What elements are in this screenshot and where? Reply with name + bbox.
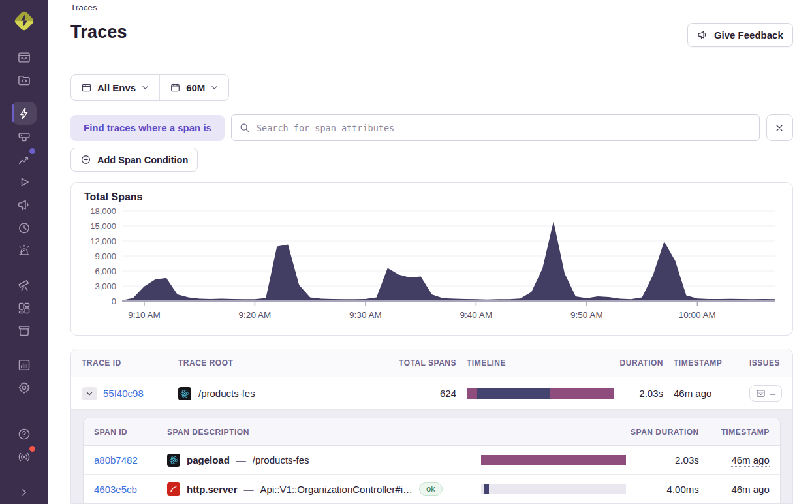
trace-issues-button[interactable]: – (749, 385, 782, 402)
sidebar-item-expand-sidebar[interactable] (12, 480, 37, 503)
column-header-trace-id: TRACE ID (82, 358, 168, 368)
column-header-span-timestamp: TIMESTAMP (721, 428, 770, 437)
profiling-icon (17, 129, 31, 144)
svg-text:15,000: 15,000 (90, 221, 116, 231)
span-row: 4603e5cb http.server — Api::V1::Organiza… (84, 475, 780, 503)
settings-icon (17, 381, 31, 395)
column-header-span-description: SPAN DESCRIPTION (167, 428, 471, 437)
chart-title: Total Spans (84, 191, 779, 203)
span-op: pageload (187, 454, 230, 465)
chevron-down-icon (86, 390, 93, 398)
new-feature-dot (29, 148, 35, 154)
traces-table-header: TRACE ID TRACE ROOT TOTAL SPANS TIMELINE… (71, 349, 792, 377)
feedback-icon (17, 198, 31, 212)
trace-timestamp[interactable]: 46m ago (674, 388, 711, 400)
sidebar-item-releases[interactable] (12, 319, 37, 342)
react-platform-icon (167, 454, 180, 467)
duration-bar-segment (484, 484, 489, 494)
column-header-trace-root: TRACE ROOT (178, 358, 383, 368)
sidebar-item-stats[interactable] (12, 353, 37, 376)
dashboards-icon (17, 301, 31, 315)
column-header-timestamp: TIMESTAMP (674, 358, 739, 368)
svg-text:18,000: 18,000 (90, 206, 116, 216)
active-nav-accent-bar (12, 104, 14, 122)
span-attributes-search-input[interactable] (231, 114, 760, 141)
sentry-logo-icon[interactable] (10, 7, 39, 35)
breadcrumb[interactable]: Traces (70, 3, 793, 12)
sidebar-item-discover[interactable] (12, 274, 37, 296)
sidebar-item-dashboards[interactable] (12, 296, 37, 319)
traces-table: TRACE ID TRACE ROOT TOTAL SPANS TIMELINE… (70, 349, 793, 504)
timeline-segment (477, 388, 551, 399)
sidebar-item-profiling[interactable] (12, 125, 37, 148)
sidebar-item-whats-new[interactable] (12, 445, 37, 468)
column-header-issues: ISSUES (749, 358, 782, 368)
svg-text:9:40 AM: 9:40 AM (460, 310, 493, 320)
add-span-condition-label: Add Span Condition (97, 155, 188, 165)
sidebar-item-projects[interactable] (12, 69, 37, 91)
chevron-down-icon (210, 84, 219, 92)
svg-text:9:10 AM: 9:10 AM (128, 310, 161, 320)
span-timestamp[interactable]: 46m ago (731, 484, 769, 496)
add-span-condition-button[interactable]: Add Span Condition (70, 148, 198, 172)
column-header-duration: DURATION (620, 358, 663, 368)
react-platform-icon (178, 387, 191, 400)
span-table: SPAN ID SPAN DESCRIPTION SPAN DURATION T… (83, 418, 781, 503)
svg-text:9:20 AM: 9:20 AM (239, 310, 272, 320)
collapse-icon (17, 485, 31, 499)
issues-empty-dash: – (770, 389, 775, 398)
ruby-platform-icon (167, 482, 180, 496)
sidebar-item-alerts[interactable] (12, 239, 37, 262)
svg-text:0: 0 (112, 296, 116, 306)
environment-filter-value: All Envs (97, 82, 136, 93)
page-content: All Envs 60M Find (48, 61, 812, 504)
svg-text:12,000: 12,000 (90, 236, 116, 246)
megaphone-icon (697, 29, 708, 40)
time-range-value: 60M (186, 82, 205, 93)
sidebar-item-crons[interactable] (12, 216, 37, 239)
trace-root-name: /products-fes (198, 388, 255, 399)
total-spans-chart[interactable]: 03,0006,0009,00012,00015,00018,0009:10 A… (84, 203, 779, 328)
window-icon (81, 82, 92, 93)
trace-id-link[interactable]: 55f40c98 (103, 388, 144, 399)
sidebar-item-settings[interactable] (12, 376, 37, 399)
time-range-dropdown[interactable]: 60M (160, 75, 228, 100)
page-title: Traces (70, 22, 793, 42)
span-op-separator: — (236, 454, 246, 465)
span-timestamp[interactable]: 46m ago (731, 454, 769, 467)
sidebar-item-help[interactable] (12, 422, 37, 445)
sidebar-item-user-feedback[interactable] (12, 193, 37, 216)
sidebar-item-performance[interactable] (12, 102, 37, 125)
column-header-total-spans: TOTAL SPANS (399, 358, 456, 368)
span-op-separator: — (244, 484, 254, 495)
total-spans-value: 624 (440, 388, 456, 399)
timeline-segment (467, 388, 477, 399)
stats-icon (17, 358, 31, 372)
span-id-link[interactable]: a80b7482 (94, 454, 138, 465)
span-op: http.server (187, 484, 238, 495)
span-id-link[interactable]: 4603e5cb (94, 484, 137, 495)
span-duration-bar (481, 455, 626, 465)
span-description: /products-fes (253, 454, 309, 465)
inbox-icon (756, 388, 766, 398)
span-search-row: Find traces where a span is (70, 114, 793, 141)
timeline-segment (550, 388, 614, 399)
projects-icon (17, 73, 31, 87)
give-feedback-button[interactable]: Give Feedback (687, 23, 793, 47)
span-duration: 4.00ms (667, 484, 699, 495)
column-header-span-duration: SPAN DURATION (631, 428, 699, 437)
find-traces-label: Find traces where a span is (70, 115, 225, 141)
environment-filter-dropdown[interactable]: All Envs (71, 75, 159, 100)
svg-text:9,000: 9,000 (95, 251, 116, 261)
svg-text:9:30 AM: 9:30 AM (349, 310, 382, 320)
sidebar-item-insights[interactable] (12, 148, 37, 170)
main-area: Traces Traces Give Feedback (48, 0, 812, 504)
sidebar-item-replays[interactable] (12, 170, 37, 193)
span-description: Api::V1::OrganizationController#i… (260, 484, 413, 495)
help-icon (17, 427, 31, 441)
sidebar-item-issues[interactable] (12, 46, 37, 69)
total-spans-panel: Total Spans 03,0006,0009,00012,00015,000… (70, 182, 793, 336)
clear-search-button[interactable] (766, 114, 793, 141)
span-duration-bar (481, 484, 626, 494)
collapse-trace-button[interactable] (82, 387, 97, 400)
